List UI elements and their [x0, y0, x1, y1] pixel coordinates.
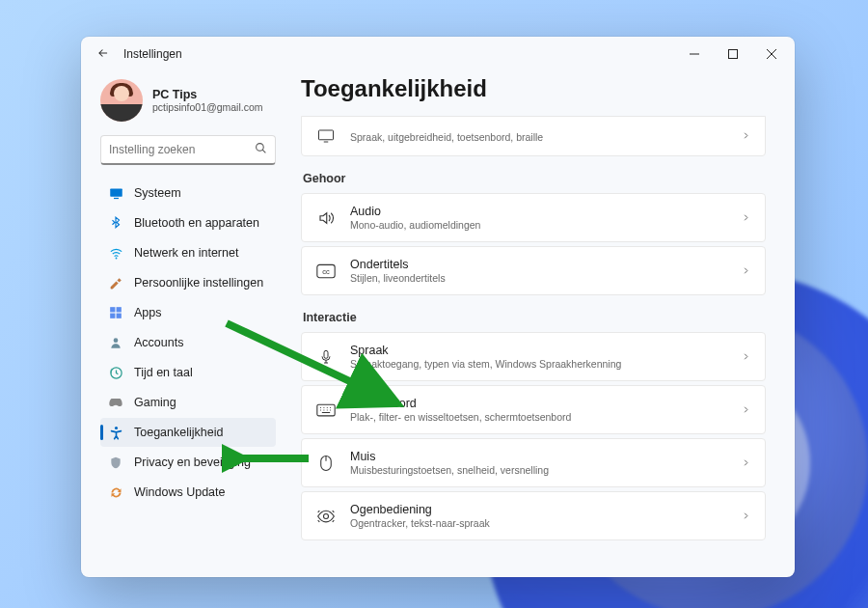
accounts-icon: [108, 335, 123, 350]
chevron-right-icon: [741, 508, 751, 525]
chevron-right-icon: [741, 209, 751, 227]
avatar: [100, 79, 143, 122]
sidebar-item-label: Privacy en beveiliging: [134, 456, 251, 469]
apps-icon: [108, 305, 123, 320]
card-sub: Mono-audio, audiomeldingen: [350, 219, 741, 231]
sidebar-item-time[interactable]: Tijd en taal: [100, 358, 276, 387]
close-button[interactable]: [752, 40, 791, 69]
profile-email: pctipsinfo01@gmail.com: [152, 101, 263, 113]
card-ogenbediening[interactable]: Ogenbediening Ogentracker, tekst-naar-sp…: [301, 491, 766, 540]
window-title: Instellingen: [123, 47, 675, 61]
sidebar-item-label: Tijd en taal: [134, 366, 193, 379]
card-title: Toetsenbord: [350, 397, 741, 410]
search-icon: [255, 141, 267, 158]
sidebar-item-label: Persoonlijke instellingen: [134, 276, 263, 290]
svg-point-4: [115, 257, 117, 259]
card-title: Muis: [350, 450, 741, 463]
card-sub: Ogentracker, tekst-naar-spraak: [350, 517, 741, 529]
personalize-icon: [108, 275, 123, 290]
svg-rect-5: [110, 307, 115, 312]
svg-rect-12: [319, 130, 334, 140]
sidebar-item-accessibility[interactable]: Toegankelijkheid: [100, 418, 276, 447]
settings-window: Instellingen PC Tips pctipsinfo01@gmail.…: [81, 37, 795, 577]
accessibility-icon: [108, 425, 123, 440]
minimize-button[interactable]: [675, 40, 714, 69]
svg-point-1: [257, 144, 264, 152]
maximize-button[interactable]: [714, 40, 752, 69]
search-box[interactable]: [100, 135, 276, 165]
system-icon: [108, 185, 123, 201]
svg-point-11: [114, 426, 117, 428]
card-audio[interactable]: Audio Mono-audio, audiomeldingen: [301, 193, 766, 242]
sidebar-item-label: Toegankelijkheid: [134, 426, 223, 439]
narrator-icon: [315, 128, 337, 144]
card-spraak[interactable]: Spraak Spraaktoegang, typen via stem, Wi…: [301, 332, 766, 381]
chevron-right-icon: [741, 348, 751, 366]
keyboard-icon: [315, 403, 337, 417]
time-icon: [108, 365, 123, 380]
sidebar-item-system[interactable]: Systeem: [100, 179, 276, 207]
card-title: Ondertitels: [350, 258, 741, 271]
search-input[interactable]: [109, 143, 255, 156]
bluetooth-icon: [108, 215, 123, 231]
chevron-right-icon: [741, 455, 751, 472]
card-sub: Stijlen, liveondertitels: [350, 272, 741, 284]
svg-rect-0: [729, 50, 738, 59]
sidebar-item-label: Bluetooth en apparaten: [134, 216, 259, 230]
svg-text:cc: cc: [322, 267, 330, 276]
sidebar-item-update[interactable]: Windows Update: [100, 478, 276, 507]
cc-icon: cc: [315, 263, 337, 279]
section-label-gehoor: Gehoor: [303, 172, 766, 185]
profile[interactable]: PC Tips pctipsinfo01@gmail.com: [100, 75, 276, 135]
sidebar-item-apps[interactable]: Apps: [100, 298, 276, 327]
svg-point-18: [324, 513, 329, 518]
sidebar-item-label: Netwerk en internet: [134, 246, 238, 260]
card-title: Audio: [350, 205, 741, 218]
svg-rect-6: [117, 307, 122, 312]
privacy-icon: [108, 455, 123, 470]
card-sub: Muisbesturingstoetsen, snelheid, versnel…: [350, 464, 741, 476]
network-icon: [108, 245, 123, 261]
back-button[interactable]: [96, 46, 116, 63]
main-content: Toegankelijkheid Spraak, uitgebreidheid,…: [284, 71, 795, 577]
card-narrator[interactable]: Spraak, uitgebreidheid, toetsenbord, bra…: [301, 116, 766, 156]
sidebar-item-accounts[interactable]: Accounts: [100, 328, 276, 357]
card-toetsenbord[interactable]: Toetsenbord Plak-, filter- en wisseltoet…: [301, 385, 766, 434]
sidebar-item-personalize[interactable]: Persoonlijke instellingen: [100, 268, 276, 297]
update-icon: [108, 484, 123, 500]
chevron-right-icon: [741, 401, 751, 419]
svg-rect-16: [317, 404, 335, 416]
sidebar-item-network[interactable]: Netwerk en internet: [100, 238, 276, 267]
card-sub: Plak-, filter- en wisseltoetsen, schermt…: [350, 411, 741, 423]
eye-icon: [315, 509, 337, 524]
sidebar-item-privacy[interactable]: Privacy en beveiliging: [100, 448, 276, 477]
card-title: Spraak: [350, 344, 741, 357]
nav: Systeem Bluetooth en apparaten Netwerk e…: [100, 179, 276, 507]
sidebar-item-label: Windows Update: [134, 485, 226, 499]
svg-point-9: [114, 338, 119, 343]
svg-rect-3: [114, 197, 119, 198]
sidebar-item-label: Gaming: [134, 396, 176, 409]
audio-icon: [315, 209, 337, 227]
profile-name: PC Tips: [152, 88, 263, 101]
mic-icon: [315, 348, 337, 366]
section-label-interactie: Interactie: [303, 311, 766, 324]
sidebar-item-label: Accounts: [134, 336, 183, 349]
card-title: Ogenbediening: [350, 503, 741, 516]
gaming-icon: [108, 395, 123, 410]
card-muis[interactable]: Muis Muisbesturingstoetsen, snelheid, ve…: [301, 438, 766, 487]
svg-rect-8: [117, 314, 122, 318]
sidebar-item-gaming[interactable]: Gaming: [100, 388, 276, 417]
sidebar-item-label: Apps: [134, 306, 162, 319]
card-sub: Spraaktoegang, typen via stem, Windows S…: [350, 358, 741, 370]
sidebar-item-bluetooth[interactable]: Bluetooth en apparaten: [100, 208, 276, 237]
svg-rect-7: [110, 314, 115, 318]
card-ondertitels[interactable]: cc Ondertitels Stijlen, liveondertitels: [301, 246, 766, 295]
page-title: Toegankelijkheid: [301, 75, 766, 102]
sidebar: PC Tips pctipsinfo01@gmail.com Systeem B…: [81, 71, 284, 577]
chevron-right-icon: [741, 263, 751, 280]
svg-rect-2: [110, 188, 122, 196]
chevron-right-icon: [741, 127, 751, 145]
title-bar: Instellingen: [81, 37, 795, 71]
card-sub: Spraak, uitgebreidheid, toetsenbord, bra…: [350, 131, 741, 143]
